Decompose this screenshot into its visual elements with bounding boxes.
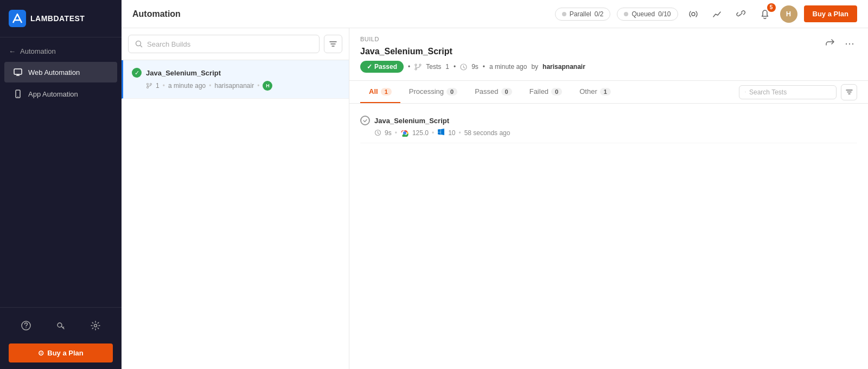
detail-time-ago: a minute ago (489, 63, 527, 71)
build-list-item[interactable]: ✓ Java_Selenium_Script 1 • a minute ago … (122, 60, 349, 99)
tab-passed[interactable]: Passed 0 (466, 81, 521, 103)
passed-check-icon: ✓ (367, 63, 372, 71)
page-title: Automation (132, 9, 181, 19)
detail-header: Build Java_Selenium_Script ✓ Passed • (349, 28, 868, 81)
header: Automation Parallel 0/2 Queued 0/10 (122, 0, 868, 28)
build-author-avatar: H (263, 81, 272, 91)
tab-failed-count: 0 (551, 88, 562, 96)
link-icon-button[interactable] (732, 5, 750, 23)
tab-failed[interactable]: Failed 0 (521, 81, 571, 103)
sidebar-nav: ← Automation Web Automation App Automati… (0, 37, 122, 307)
detail-build-name: Java_Selenium_Script (360, 47, 585, 56)
user-avatar[interactable]: H (780, 5, 797, 23)
sidebar-logo: LAMBDATEST (0, 0, 122, 37)
sidebar-back-button[interactable]: ← Automation (0, 42, 122, 61)
builds-search-icon (135, 40, 143, 48)
more-icon: ⋯ (845, 37, 855, 49)
svg-point-16 (745, 92, 745, 92)
test-duration-icon (374, 129, 381, 136)
parallel-label: Parallel (570, 10, 591, 18)
tab-failed-label: Failed (529, 87, 548, 96)
detail-panel: Build Java_Selenium_Script ✓ Passed • (349, 28, 868, 369)
svg-rect-0 (9, 10, 26, 27)
tab-all[interactable]: All 1 (360, 81, 400, 103)
notification-wrapper: 5 (756, 5, 774, 23)
test-item-meta: 9s • (360, 128, 857, 137)
test-duration: 9s (385, 129, 392, 137)
lambdatest-logo-icon (9, 10, 26, 27)
build-branch-icon (146, 82, 152, 89)
build-passed-icon: ✓ (132, 68, 142, 78)
build-item-header: ✓ Java_Selenium_Script (132, 68, 340, 78)
detail-tests-label: Tests (426, 63, 441, 71)
sidebar-buy-plan-label: Buy a Plan (47, 349, 83, 357)
sidebar-footer-icons (9, 314, 113, 339)
smartphone-icon (13, 89, 23, 99)
detail-clock-icon (460, 63, 467, 71)
detail-author: harisapnanair (542, 63, 585, 71)
header-right: Parallel 0/2 Queued 0/10 (555, 5, 857, 23)
build-time-ago: a minute ago (168, 82, 206, 90)
detail-share-button[interactable] (822, 36, 838, 51)
tab-passed-count: 0 (501, 88, 512, 96)
tests-search-input[interactable] (749, 88, 831, 96)
builds-search-wrapper (128, 35, 320, 53)
tests-filter-icon (846, 88, 853, 96)
tab-all-count: 1 (381, 88, 392, 96)
tests-search-icon (745, 88, 746, 96)
tests-list: Java_Selenium_Script 9s • (349, 104, 868, 369)
content-area: ✓ Java_Selenium_Script 1 • a minute ago … (122, 28, 868, 369)
builds-panel: ✓ Java_Selenium_Script 1 • a minute ago … (122, 28, 349, 369)
tab-processing[interactable]: Processing 0 (400, 81, 466, 103)
svg-point-12 (415, 64, 417, 66)
build-author: harisapnanair (214, 82, 254, 90)
sidebar-buy-plan-button[interactable]: ⊙ Buy a Plan (9, 343, 113, 362)
sidebar-buy-plan-circle-icon: ⊙ (38, 349, 44, 357)
help-icon[interactable] (19, 319, 33, 335)
detail-header-right: ⋯ (822, 36, 857, 51)
sidebar-bottom: ⊙ Buy a Plan (0, 307, 122, 369)
svg-point-10 (150, 84, 152, 85)
queued-dot (624, 12, 628, 16)
logo-text: LAMBDATEST (30, 14, 85, 23)
parallel-dot (562, 12, 566, 16)
svg-point-9 (147, 84, 149, 85)
builds-search-input[interactable] (147, 40, 312, 48)
broadcast-icon-button[interactable] (685, 5, 702, 23)
builds-search-bar (122, 28, 349, 60)
test-item-name: Java_Selenium_Script (374, 117, 449, 125)
passed-badge: ✓ Passed (360, 61, 404, 73)
tab-processing-count: 0 (446, 88, 457, 96)
header-buy-plan-button[interactable]: Buy a Plan (804, 5, 857, 22)
tab-other-label: Other (579, 87, 597, 96)
queued-status: Queued 0/10 (617, 8, 678, 21)
svg-point-7 (94, 325, 97, 327)
chart-icon-button[interactable] (709, 5, 726, 23)
queued-label: Queued (631, 10, 655, 18)
sidebar-item-app-automation-label: App Automation (28, 90, 78, 98)
builds-filter-button[interactable] (324, 35, 342, 53)
tests-filter-button[interactable] (841, 84, 857, 100)
settings-icon[interactable] (88, 319, 103, 335)
detail-more-button[interactable]: ⋯ (842, 36, 857, 51)
test-os-version: 10 (448, 129, 455, 137)
sidebar-item-app-automation[interactable]: App Automation (4, 84, 117, 104)
test-list-item[interactable]: Java_Selenium_Script 9s • (360, 110, 857, 143)
detail-tests-count: 1 (445, 63, 449, 71)
detail-label: Build (360, 36, 585, 42)
sidebar-item-web-automation[interactable]: Web Automation (4, 62, 117, 82)
windows-icon (437, 128, 445, 137)
builds-filter-icon (329, 40, 337, 48)
notification-badge: 5 (767, 3, 776, 12)
svg-point-3 (17, 96, 18, 97)
svg-point-5 (25, 327, 27, 328)
tab-other[interactable]: Other 1 (571, 81, 620, 103)
svg-point-13 (419, 64, 421, 66)
parallel-status: Parallel 0/2 (555, 8, 611, 21)
detail-branch-icon (414, 63, 422, 71)
svg-point-11 (147, 87, 149, 88)
detail-meta-row: ✓ Passed • Tests 1 • (360, 61, 585, 73)
key-icon[interactable] (54, 319, 68, 335)
svg-point-20 (404, 132, 406, 134)
build-item-name: Java_Selenium_Script (146, 69, 221, 77)
